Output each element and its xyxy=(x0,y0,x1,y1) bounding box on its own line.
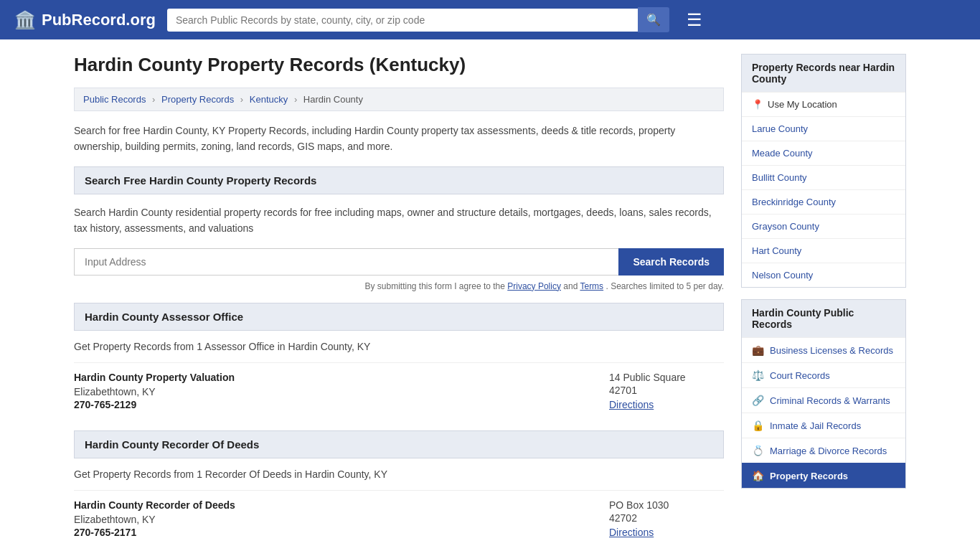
logo-text: PubRecord.org xyxy=(42,11,156,29)
recorder-office-name: Hardin County Recorder of Deeds xyxy=(74,499,595,511)
public-records-box: Hardin County Public Records 💼 Business … xyxy=(741,299,906,489)
disclaimer-limit: . Searches limited to 5 per day. xyxy=(606,281,724,291)
terms-link[interactable]: Terms xyxy=(580,281,603,291)
disclaimer-text: By submitting this form I agree to the xyxy=(365,281,505,291)
breadcrumb-public-records[interactable]: Public Records xyxy=(83,94,146,105)
sidebar-item-label: Criminal Records & Warrants xyxy=(770,395,890,406)
main-container: Hardin County Property Records (Kentucky… xyxy=(60,39,920,551)
sidebar-item-label: Court Records xyxy=(770,370,830,381)
recorder-office-entry: Hardin County Recorder of Deeds Elizabet… xyxy=(74,490,724,547)
building-icon: 🏛️ xyxy=(14,10,36,30)
briefcase-icon: 💼 xyxy=(752,344,764,356)
recorder-office-address: PO Box 1030 42702 Directions xyxy=(609,499,724,538)
sidebar-item-label: Business Licenses & Records xyxy=(770,345,893,356)
assessor-description: Get Property Records from 1 Assessor Off… xyxy=(74,341,724,352)
breadcrumb-sep-3: › xyxy=(294,94,297,105)
sidebar-item-criminal-records[interactable]: 🔗 Criminal Records & Warrants xyxy=(742,387,905,413)
breadcrumb-sep-1: › xyxy=(152,94,155,105)
use-location-label: Use My Location xyxy=(768,99,837,110)
recorder-section-header: Hardin County Recorder Of Deeds xyxy=(74,430,724,458)
logo[interactable]: 🏛️ PubRecord.org xyxy=(14,10,156,30)
nearby-counties-title: Property Records near Hardin County xyxy=(752,62,895,85)
assessor-office-entry: Hardin County Property Valuation Elizabe… xyxy=(74,362,724,419)
sidebar-item-label: Marriage & Divorce Records xyxy=(770,446,887,456)
assessor-office-name: Hardin County Property Valuation xyxy=(74,372,595,383)
content-area: Hardin County Property Records (Kentucky… xyxy=(74,54,724,547)
search-records-button[interactable]: Search Records xyxy=(618,248,724,276)
use-location-item[interactable]: 📍 Use My Location xyxy=(742,92,905,116)
breadcrumb-property-records[interactable]: Property Records xyxy=(161,94,234,105)
header-search-button[interactable]: 🔍 xyxy=(638,7,669,32)
nearby-counties-box: Property Records near Hardin County 📍 Us… xyxy=(741,54,906,288)
assessor-office-address: 14 Public Square 42701 Directions xyxy=(609,372,724,410)
public-records-title: Hardin County Public Records xyxy=(752,307,854,330)
assessor-office-zip: 42701 xyxy=(609,385,724,396)
form-disclaimer: By submitting this form I agree to the P… xyxy=(74,281,724,291)
assessor-office-info: Hardin County Property Valuation Elizabe… xyxy=(74,372,595,410)
recorder-description: Get Property Records from 1 Recorder Of … xyxy=(74,468,724,480)
lock-icon: 🔒 xyxy=(752,420,764,431)
header-search-bar: 🔍 xyxy=(167,7,669,32)
sidebar-item-label: Inmate & Jail Records xyxy=(770,420,861,431)
sidebar-county-hart[interactable]: Hart County xyxy=(742,238,905,263)
home-icon: 🏠 xyxy=(752,470,764,481)
recorder-office-info: Hardin County Recorder of Deeds Elizabet… xyxy=(74,499,595,538)
search-form: Search Records xyxy=(74,248,724,276)
page-description: Search for free Hardin County, KY Proper… xyxy=(74,123,724,155)
sidebar-county-larue[interactable]: Larue County xyxy=(742,116,905,141)
assessor-section-header: Hardin County Assessor Office xyxy=(74,303,724,331)
sidebar-county-bullitt[interactable]: Bullitt County xyxy=(742,165,905,189)
rings-icon: 💍 xyxy=(752,445,764,456)
search-section-header: Search Free Hardin County Property Recor… xyxy=(74,166,724,194)
sidebar-item-marriage-records[interactable]: 💍 Marriage & Divorce Records xyxy=(742,438,905,463)
recorder-office-zip: 42702 xyxy=(609,512,724,524)
privacy-policy-link[interactable]: Privacy Policy xyxy=(507,281,561,291)
sidebar-county-meade[interactable]: Meade County xyxy=(742,141,905,165)
sidebar-county-nelson[interactable]: Nelson County xyxy=(742,263,905,287)
public-records-header: Hardin County Public Records xyxy=(742,300,905,337)
sidebar-county-grayson[interactable]: Grayson County xyxy=(742,214,905,238)
sidebar-item-business-licenses[interactable]: 💼 Business Licenses & Records xyxy=(742,337,905,362)
breadcrumb-current: Hardin County xyxy=(303,94,363,105)
sidebar-item-property-records[interactable]: 🏠 Property Records xyxy=(742,463,905,488)
link-icon: 🔗 xyxy=(752,395,764,406)
assessor-office-street: 14 Public Square xyxy=(609,372,724,383)
location-icon: 📍 xyxy=(752,99,763,110)
page-title: Hardin County Property Records (Kentucky… xyxy=(74,54,724,76)
recorder-directions-link[interactable]: Directions xyxy=(609,527,654,538)
breadcrumb: Public Records › Property Records › Kent… xyxy=(74,88,724,111)
disclaimer-and: and xyxy=(563,281,578,291)
breadcrumb-kentucky[interactable]: Kentucky xyxy=(250,94,288,105)
recorder-office-phone: 270-765-2171 xyxy=(74,527,595,538)
menu-icon[interactable]: ☰ xyxy=(687,10,702,30)
sidebar: Property Records near Hardin County 📍 Us… xyxy=(741,54,906,547)
scales-icon: ⚖️ xyxy=(752,369,764,381)
breadcrumb-sep-2: › xyxy=(240,94,243,105)
address-input[interactable] xyxy=(74,248,618,276)
nearby-counties-header: Property Records near Hardin County xyxy=(742,55,905,92)
sidebar-item-inmate-records[interactable]: 🔒 Inmate & Jail Records xyxy=(742,413,905,438)
assessor-office-city: Elizabethtown, KY xyxy=(74,386,595,397)
search-description: Search Hardin County residential propert… xyxy=(74,204,724,237)
assessor-office-phone: 270-765-2129 xyxy=(74,399,595,410)
assessor-directions-link[interactable]: Directions xyxy=(609,399,654,410)
recorder-office-city: Elizabethtown, KY xyxy=(74,514,595,525)
header-search-input[interactable] xyxy=(167,9,638,32)
sidebar-item-court-records[interactable]: ⚖️ Court Records xyxy=(742,362,905,387)
sidebar-county-breckinridge[interactable]: Breckinridge County xyxy=(742,189,905,214)
header: 🏛️ PubRecord.org 🔍 ☰ xyxy=(0,0,980,39)
sidebar-item-active-label: Property Records xyxy=(770,471,848,481)
recorder-office-street: PO Box 1030 xyxy=(609,499,724,511)
